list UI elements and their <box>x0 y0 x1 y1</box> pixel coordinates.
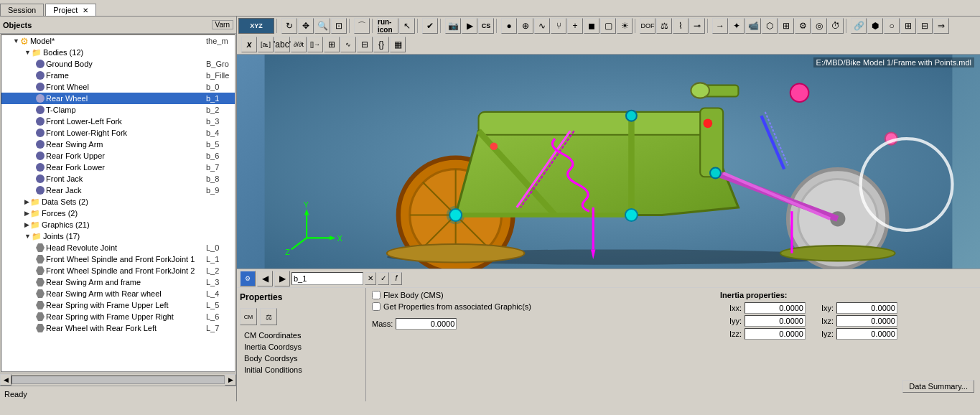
tab-close-icon[interactable]: ✕ <box>83 6 88 14</box>
light-btn[interactable]: ☀ <box>617 18 633 34</box>
anim-btn[interactable]: ▶ <box>462 18 477 34</box>
scroll-left-btn[interactable]: ◀ <box>0 374 11 386</box>
grid-btn[interactable]: ▦ <box>390 37 406 52</box>
varn-button[interactable]: Varn <box>212 20 233 29</box>
solid-btn[interactable]: ◼ <box>584 18 599 34</box>
tree-item-frontjack[interactable]: Front Jack b_8 <box>1 173 235 185</box>
box-btn[interactable]: ▢ <box>600 18 616 34</box>
tree-item-rearswing[interactable]: Rear Swing Arm b_5 <box>1 139 235 150</box>
sphere-btn[interactable]: ● <box>501 18 517 34</box>
tree-item-tclamp[interactable]: T-Clamp b_2 <box>1 104 235 116</box>
inertia-btn[interactable]: ⚖ <box>656 18 672 34</box>
tree-item-bodies[interactable]: ▼ 📁 Bodies (12) <box>1 47 235 58</box>
mesh-btn[interactable]: ⊞ <box>900 18 916 34</box>
inertia-icon-btn[interactable]: ⚖ <box>260 308 277 325</box>
spring-btn[interactable]: ⌇ <box>673 18 689 34</box>
select-btn[interactable]: ↖ <box>399 18 415 34</box>
cm-icon-btn[interactable]: CM <box>240 308 257 325</box>
tree-item-frontlowerright[interactable]: Front Lower-Right Fork b_4 <box>1 127 235 139</box>
subscript-btn[interactable]: [a₁] <box>258 37 274 52</box>
object-name-input[interactable] <box>291 272 363 285</box>
iyz-input[interactable] <box>836 328 897 340</box>
ixz-input[interactable] <box>836 315 897 327</box>
body3-btn[interactable]: ⬢ <box>867 18 883 34</box>
arrow-btn[interactable]: ⇒ <box>933 18 949 34</box>
force-btn[interactable]: → <box>712 18 728 34</box>
marker-btn[interactable]: ✦ <box>729 18 745 34</box>
signal-btn[interactable]: ∿ <box>340 37 356 52</box>
tree-item-rearforklower[interactable]: Rear Fork Lower b_7 <box>1 162 235 173</box>
x-btn[interactable]: x <box>241 37 257 52</box>
body-coords-item[interactable]: Body Coordsys <box>240 353 363 364</box>
sphere2-btn[interactable]: ○ <box>884 18 900 34</box>
plus2-btn[interactable]: ⊞ <box>324 37 340 52</box>
tree-item-model[interactable]: ▼ ⚙ Model* the_m <box>1 35 235 47</box>
tree-item-j6[interactable]: Rear Spring with Frame Upper Left L_5 <box>1 299 235 311</box>
nav-fwd-btn[interactable]: ▶ <box>274 271 290 286</box>
text-btn[interactable]: 'abc' <box>274 37 290 52</box>
get-props-checkbox[interactable] <box>372 302 381 311</box>
tree-item-joints[interactable]: ▼ 📁 Joints (17) <box>1 230 235 242</box>
tree-item-datasets[interactable]: ▶ 📁 Data Sets (2) <box>1 196 235 208</box>
wand-btn[interactable]: ∿ <box>534 18 550 34</box>
clock-btn[interactable]: ⏱ <box>828 18 844 34</box>
scroll-track[interactable] <box>11 376 225 384</box>
props-icon-btn[interactable]: ⚙ <box>240 271 256 286</box>
initial-conditions-item[interactable]: Initial Conditions <box>240 364 363 376</box>
capture-btn[interactable]: 📷 <box>445 18 461 34</box>
tree-item-frontwheel[interactable]: Front Wheel b_0 <box>1 81 235 93</box>
tree-item-rearforkupper[interactable]: Rear Fork Upper b_6 <box>1 150 235 162</box>
matrix-btn[interactable]: ⊟ <box>917 18 933 34</box>
tree-item-j5[interactable]: Rear Swing Arm with Rear wheel L_4 <box>1 288 235 299</box>
rotate-btn[interactable]: ↻ <box>281 18 297 34</box>
tree-item-ground[interactable]: Ground Body B_Gro <box>1 58 235 70</box>
tree-item-forces[interactable]: ▶ 📁 Forces (2) <box>1 208 235 219</box>
curve-btn[interactable]: ⌒ <box>354 18 370 34</box>
wrap-btn[interactable]: ⊸ <box>689 18 705 34</box>
add-btn[interactable]: + <box>567 18 583 34</box>
xyz-widget[interactable]: XYZ <box>238 18 274 34</box>
camera-btn[interactable]: 📹 <box>745 18 761 34</box>
verify-btn[interactable]: ✓ <box>378 272 389 285</box>
crash-btn[interactable]: ⊕ <box>518 18 533 34</box>
tab-session[interactable]: Session <box>0 4 44 16</box>
array-btn[interactable]: []→ <box>307 37 323 52</box>
tree-item-rearjack[interactable]: Rear Jack b_9 <box>1 185 235 196</box>
deriv-btn[interactable]: ∂/∂t <box>291 37 307 52</box>
iyy-input[interactable] <box>745 315 806 327</box>
nav-back-btn[interactable]: ◀ <box>257 271 273 286</box>
tree-item-j2[interactable]: Front Wheel Spindle and Front ForkJoint … <box>1 253 235 265</box>
check-btn[interactable]: ✔ <box>422 18 438 34</box>
tab-project[interactable]: Project ✕ <box>45 4 96 16</box>
scroll-right-btn[interactable]: ▶ <box>225 374 236 386</box>
tree-item-frontlowerleft[interactable]: Front Lower-Left Fork b_3 <box>1 116 235 127</box>
inertia-coords-item[interactable]: Inertia Coordsys <box>240 341 363 353</box>
expr-btn[interactable]: f <box>391 272 402 285</box>
tree-item-j3[interactable]: Front Wheel Spindle and Front ForkJoint … <box>1 265 235 276</box>
sensor-btn[interactable]: ◎ <box>811 18 827 34</box>
tree-item-rearwheel[interactable]: Rear Wheel b_1 <box>1 93 235 104</box>
data-summary-btn[interactable]: Data Summary... <box>902 380 974 393</box>
dof-btn[interactable]: DOF <box>640 18 655 34</box>
pan-btn[interactable]: ✥ <box>298 18 314 34</box>
ixx-input[interactable] <box>745 302 806 314</box>
izz-input[interactable] <box>745 328 806 340</box>
viewport-3d[interactable]: E:/MBD/Bike Model 1/Frame with Points.md… <box>237 55 980 269</box>
tree-item-j1[interactable]: Head Revolute Joint L_0 <box>1 242 235 253</box>
flex-body-checkbox[interactable] <box>372 291 381 299</box>
link-btn[interactable]: 🔗 <box>851 18 867 34</box>
tree-item-j4[interactable]: Rear Swing Arm and frame L_3 <box>1 276 235 288</box>
cs-btn[interactable]: CS <box>478 18 494 34</box>
tree-item-j8[interactable]: Rear Wheel with Rear Fork Left L_7 <box>1 322 235 334</box>
ixy-input[interactable] <box>836 302 897 314</box>
table-btn[interactable]: ⊟ <box>357 37 373 52</box>
constraint-btn[interactable]: ⊞ <box>778 18 794 34</box>
tree-item-graphics[interactable]: ▶ 📁 Graphics (21) <box>1 219 235 230</box>
tree-item-frame[interactable]: Frame b_Fille <box>1 70 235 81</box>
clear-btn[interactable]: ✕ <box>365 272 376 285</box>
run-btn[interactable]: run-icon <box>377 18 398 34</box>
zoom-btn[interactable]: 🔍 <box>314 18 330 34</box>
motor-btn[interactable]: ⚙ <box>795 18 811 34</box>
fit-btn[interactable]: ⊡ <box>331 18 347 34</box>
fork-btn[interactable]: ⑂ <box>551 18 566 34</box>
